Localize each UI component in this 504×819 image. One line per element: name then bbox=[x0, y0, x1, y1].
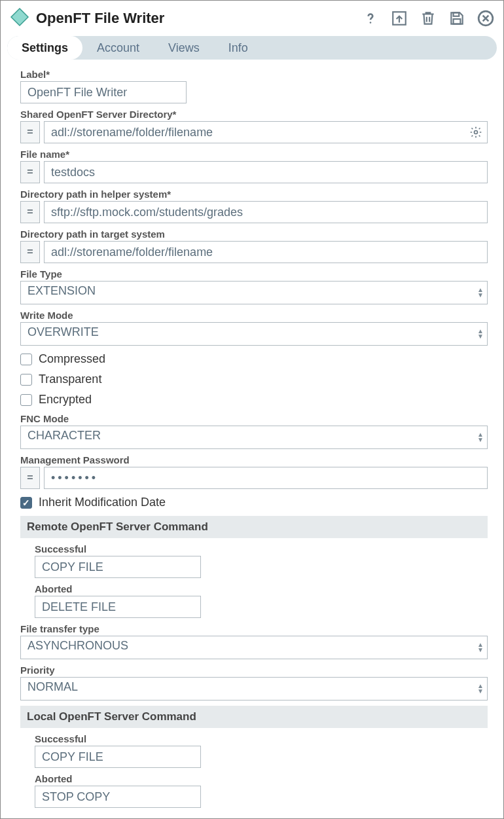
local-aborted-input[interactable] bbox=[35, 786, 201, 808]
form-scroll[interactable]: Label* Shared OpenFT Server Directory* =… bbox=[6, 66, 498, 813]
save-icon[interactable] bbox=[448, 10, 465, 27]
local-aborted-label: Aborted bbox=[35, 773, 488, 784]
transparent-label: Transparent bbox=[39, 373, 101, 386]
help-icon[interactable] bbox=[362, 10, 379, 27]
fncmode-label: FNC Mode bbox=[20, 413, 488, 424]
inherit-moddate-label: Inherit Modification Date bbox=[39, 496, 166, 509]
encrypted-label: Encrypted bbox=[39, 393, 92, 407]
remote-successful-label: Successful bbox=[35, 543, 488, 555]
label-label: Label* bbox=[20, 69, 488, 80]
svg-rect-4 bbox=[454, 19, 461, 24]
writemode-select[interactable]: OVERWRITE bbox=[20, 322, 488, 346]
titlebar: OpenFT File Writer bbox=[1, 1, 503, 36]
transparent-checkbox[interactable] bbox=[20, 374, 32, 386]
expression-button[interactable]: = bbox=[20, 467, 40, 489]
label-input[interactable] bbox=[20, 81, 187, 103]
remote-aborted-input[interactable] bbox=[35, 596, 201, 618]
inherit-moddate-checkbox[interactable] bbox=[20, 497, 32, 509]
tab-settings[interactable]: Settings bbox=[7, 36, 82, 60]
compressed-label: Compressed bbox=[39, 352, 105, 366]
expression-button[interactable]: = bbox=[20, 241, 40, 263]
mgmtpassword-input[interactable] bbox=[44, 467, 488, 489]
shared-dir-label: Shared OpenFT Server Directory* bbox=[20, 109, 488, 120]
tab-account[interactable]: Account bbox=[82, 36, 154, 60]
gear-icon[interactable] bbox=[469, 126, 482, 139]
local-successful-input[interactable] bbox=[35, 746, 201, 768]
remote-successful-input[interactable] bbox=[35, 556, 201, 578]
writemode-label: Write Mode bbox=[20, 310, 488, 321]
target-path-label: Directory path in target system bbox=[20, 228, 488, 240]
trash-icon[interactable] bbox=[420, 10, 437, 27]
encrypted-checkbox[interactable] bbox=[20, 394, 32, 406]
remote-aborted-label: Aborted bbox=[35, 583, 488, 594]
fncmode-select[interactable]: CHARACTER bbox=[20, 426, 488, 449]
priority-select[interactable]: NORMAL bbox=[20, 677, 488, 701]
filetransfer-label: File transfer type bbox=[20, 623, 488, 634]
expression-button[interactable]: = bbox=[20, 121, 40, 143]
filetransfer-select[interactable]: ASYNCHRONOUS bbox=[20, 636, 488, 659]
export-icon[interactable] bbox=[391, 10, 408, 27]
expression-button[interactable]: = bbox=[20, 161, 40, 183]
filename-input[interactable] bbox=[44, 161, 488, 183]
local-command-header: Local OpenFT Server Command bbox=[20, 706, 488, 728]
shared-dir-input[interactable] bbox=[44, 121, 488, 143]
tab-views[interactable]: Views bbox=[154, 36, 214, 60]
tab-info[interactable]: Info bbox=[214, 36, 262, 60]
target-path-input[interactable] bbox=[44, 241, 488, 263]
mgmtpassword-label: Management Password bbox=[20, 454, 488, 465]
svg-point-6 bbox=[475, 131, 478, 134]
local-successful-label: Successful bbox=[35, 733, 488, 744]
filetype-label: File Type bbox=[20, 268, 488, 280]
compressed-checkbox[interactable] bbox=[20, 354, 32, 365]
page-title: OpenFT File Writer bbox=[36, 10, 355, 27]
remote-command-header: Remote OpenFT Server Command bbox=[20, 516, 488, 538]
svg-point-1 bbox=[370, 22, 372, 24]
tab-bar: Settings Account Views Info bbox=[7, 36, 497, 60]
svg-rect-3 bbox=[454, 12, 459, 16]
app-icon bbox=[10, 7, 29, 29]
filename-label: File name* bbox=[20, 149, 488, 160]
svg-marker-0 bbox=[11, 9, 28, 26]
priority-label: Priority bbox=[20, 664, 488, 676]
close-icon[interactable] bbox=[477, 10, 494, 27]
filetype-select[interactable]: EXTENSION bbox=[20, 281, 488, 304]
helper-path-label: Directory path in helper system* bbox=[20, 189, 488, 200]
expression-button[interactable]: = bbox=[20, 201, 40, 223]
helper-path-input[interactable] bbox=[44, 201, 488, 223]
